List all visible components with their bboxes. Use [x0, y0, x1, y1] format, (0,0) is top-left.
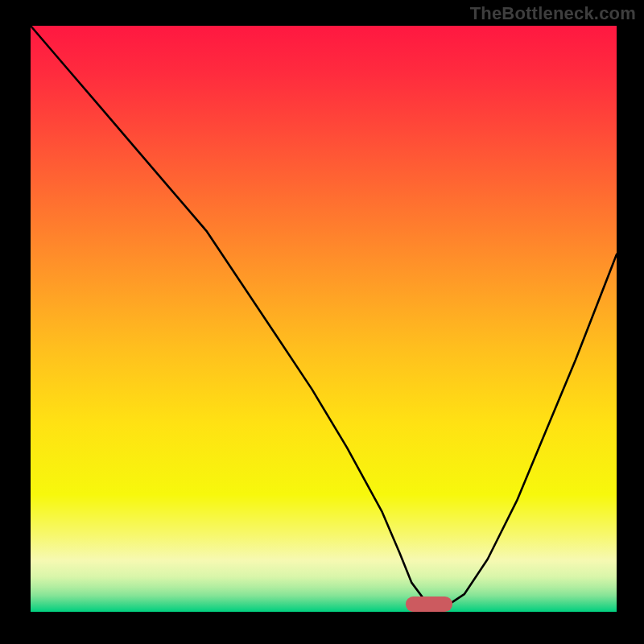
chart-container: { "watermark": "TheBottleneck.com", "cha…: [0, 0, 644, 644]
optimal-marker: [406, 597, 452, 612]
plot-background: [31, 26, 617, 612]
chart-svg: [0, 0, 644, 644]
watermark-text: TheBottleneck.com: [470, 3, 636, 24]
